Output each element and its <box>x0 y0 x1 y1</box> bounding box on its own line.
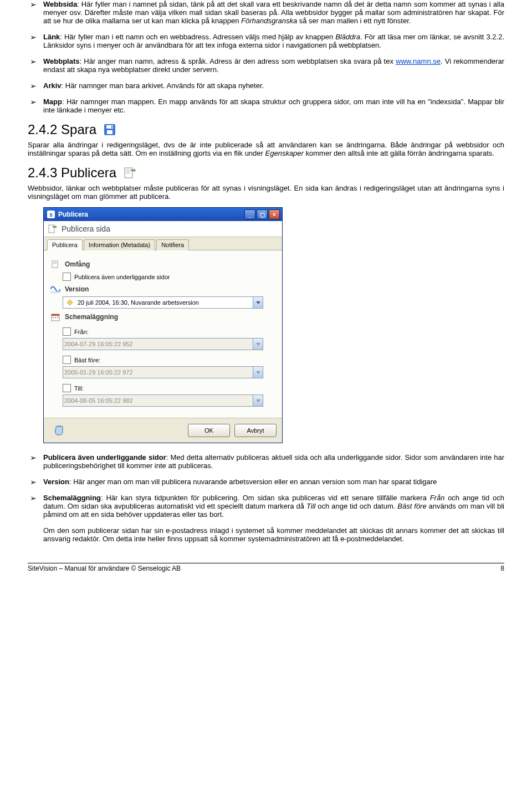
para-publicera: Webbsidor, länkar och webbplatser måste … <box>28 184 504 201</box>
bullet-schemalaggning: Schemaläggning: Här kan styra tidpunkten… <box>28 494 504 519</box>
publish-dialog: s Publicera _ ▢ × Publicera sida <box>43 207 283 443</box>
svg-rect-9 <box>52 261 58 268</box>
link-example-url[interactable]: www.namn.se <box>396 57 441 65</box>
para-epost: Om den som publicerar sidan har sin e-po… <box>28 526 504 543</box>
footer-left: SiteVision – Manual för användare © Sens… <box>28 565 181 572</box>
svg-rect-17 <box>57 317 58 318</box>
section-schemalaggning: Schemaläggning <box>50 312 275 322</box>
chevron-down-icon[interactable] <box>253 395 263 406</box>
save-icon <box>103 123 116 136</box>
heading-spara: 2.4.2 Spara <box>28 122 504 137</box>
checkbox-fran[interactable] <box>63 327 71 336</box>
dialog-subtitle-row: Publicera sida <box>44 221 282 237</box>
app-icon: s <box>47 211 55 218</box>
till-value: 2004-08-05 16:05:22 982 <box>63 397 253 404</box>
checkbox-label: Publicera även underliggande sidor <box>74 274 170 280</box>
section-omfang: Omfång <box>50 259 275 269</box>
chevron-down-icon[interactable] <box>253 367 263 378</box>
svg-rect-11 <box>53 263 57 264</box>
field-label-till: Till: <box>74 385 84 392</box>
bast-fore-value: 2005-01-29 16:05:22 972 <box>63 369 253 376</box>
schedule-icon <box>50 312 60 322</box>
checkbox-till[interactable] <box>63 384 71 392</box>
bullet-label: Webbsida <box>43 0 77 8</box>
version-value: 20 juli 2004, 16:30, Nuvarande arbetsver… <box>76 299 253 306</box>
minimize-button[interactable]: _ <box>244 209 255 219</box>
tab-information-metadata[interactable]: Information (Metadata) <box>84 239 155 250</box>
checkbox-underliggande[interactable] <box>63 273 71 281</box>
bast-fore-combo[interactable]: 2005-01-29 16:05:22 972 <box>63 366 263 378</box>
para-spara: Sparar alla ändringar i redigeringsläget… <box>28 141 504 157</box>
dialog-titlebar[interactable]: s Publicera _ ▢ × <box>44 208 282 221</box>
bullet-webbplats: Webbplats: Här anger man namn, adress & … <box>28 57 504 74</box>
bullet-label: Publicera även underliggande sidor <box>43 453 166 461</box>
version-icon <box>50 284 60 294</box>
svg-rect-5 <box>126 170 130 170</box>
cancel-button[interactable]: Avbryt <box>234 424 277 437</box>
heading-publicera: 2.4.3 Publicera <box>28 165 504 181</box>
svg-rect-6 <box>126 171 130 172</box>
svg-rect-16 <box>55 317 56 318</box>
section-version: Version <box>50 284 275 294</box>
till-combo[interactable]: 2004-08-05 16:05:22 982 <box>63 394 263 407</box>
svg-rect-14 <box>52 314 59 316</box>
svg-rect-12 <box>50 291 60 293</box>
publish-dialog-screenshot: s Publicera _ ▢ × Publicera sida <box>43 207 504 443</box>
tab-notifiera[interactable]: Notifiera <box>156 239 189 250</box>
svg-rect-3 <box>111 126 112 128</box>
diamond-icon <box>65 298 74 307</box>
footer-separator <box>28 563 504 563</box>
heading-text: 2.4.2 Spara <box>28 122 96 137</box>
bullet-publ-underliggande: Publicera även underliggande sidor: Med … <box>28 453 504 470</box>
bullet-lank: Länk: Här fyller man i ett namn och en w… <box>28 33 504 49</box>
ok-button[interactable]: OK <box>188 424 230 437</box>
field-label-bast-fore: Bäst före: <box>74 357 100 363</box>
close-button[interactable]: × <box>269 209 280 219</box>
bullet-label: Mapp <box>43 98 62 106</box>
version-combo[interactable]: 20 juli 2004, 16:30, Nuvarande arbetsver… <box>63 296 263 309</box>
chevron-down-icon[interactable] <box>253 297 263 308</box>
bullet-mapp: Mapp: Här namnger man mappen. En mapp an… <box>28 98 504 114</box>
checkbox-bast-fore[interactable] <box>63 356 71 364</box>
svg-rect-2 <box>107 130 112 134</box>
dialog-title: Publicera <box>58 211 88 218</box>
bullet-version: Version: Här anger man om man vill publi… <box>28 478 504 486</box>
tab-publicera[interactable]: Publicera <box>47 239 83 250</box>
bullet-webbsida: Webbsida: Här fyller man i namnet på sid… <box>28 0 504 25</box>
svg-rect-7 <box>126 173 130 173</box>
footer: SiteVision – Manual för användare © Sens… <box>28 565 504 572</box>
bullet-label: Schemaläggning <box>43 494 101 502</box>
bullet-label: Version <box>43 478 69 486</box>
page-number: 8 <box>500 565 504 572</box>
bullet-arkiv: Arkiv: Här namnger man bara arkivet. Anv… <box>28 81 504 90</box>
field-label-fran: Från: <box>74 329 89 335</box>
publish-arrow-icon <box>48 224 57 233</box>
bullet-label: Länk <box>43 33 60 41</box>
bullet-label: Webbplats <box>43 57 80 65</box>
fran-combo[interactable]: 2004-07-29 16:05:22 952 <box>63 338 263 350</box>
publish-page-icon <box>123 166 136 180</box>
maximize-button[interactable]: ▢ <box>257 209 268 219</box>
svg-rect-10 <box>53 262 57 263</box>
dialog-subtitle: Publicera sida <box>62 224 110 233</box>
chevron-down-icon[interactable] <box>253 339 263 350</box>
dialog-tabs: Publicera Information (Metadata) Notifie… <box>44 237 282 250</box>
bullet-label: Arkiv <box>43 81 62 90</box>
heading-text: 2.4.3 Publicera <box>28 165 116 181</box>
svg-rect-15 <box>53 317 54 318</box>
fran-value: 2004-07-29 16:05:22 952 <box>63 341 253 347</box>
scope-icon <box>50 259 60 269</box>
hand-icon <box>53 425 64 436</box>
